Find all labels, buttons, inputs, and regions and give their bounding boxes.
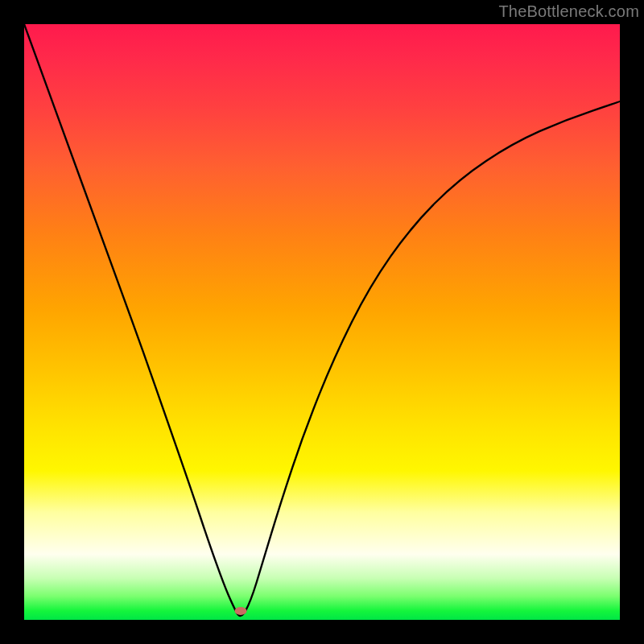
plot-area [24, 24, 620, 620]
bottleneck-curve-path [24, 24, 620, 616]
curve-svg [24, 24, 620, 620]
watermark-text: TheBottleneck.com [498, 2, 639, 21]
chart-frame: TheBottleneck.com [0, 0, 644, 644]
min-marker-dot [234, 607, 246, 615]
